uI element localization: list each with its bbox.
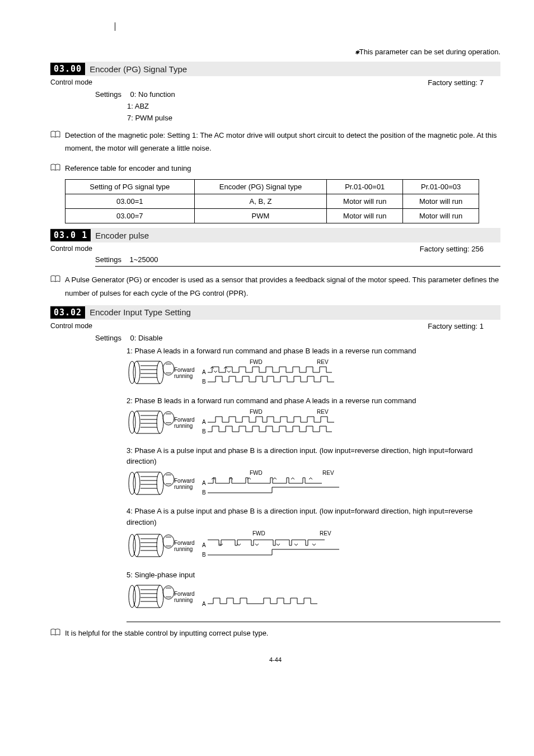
param-0302-row: Control mode Factory setting: 1: [50, 322, 500, 330]
option-1-text: 1: Phase A leads in a forward run comman…: [127, 346, 500, 357]
a-label: A: [202, 369, 206, 375]
notice-icon: ✱: [355, 48, 359, 56]
table-cell: 03.00=1: [65, 194, 195, 209]
running-label: running: [174, 546, 193, 552]
settings-label: Settings: [95, 255, 121, 264]
table-cell: PWM: [194, 209, 327, 223]
param-0301-row: Control mode Factory setting: 256: [50, 245, 500, 253]
param-0301-settings: Settings 1~25000: [95, 255, 500, 267]
running-label: running: [174, 484, 193, 490]
forward-label: Forward: [174, 417, 195, 423]
table-cell: Motor will run: [327, 209, 403, 223]
table-cell: Motor will run: [403, 209, 479, 223]
settings-range: 1~25000: [129, 255, 158, 264]
book-icon: [50, 164, 60, 171]
note-text: A Pulse Generator (PG) or encoder is use…: [65, 273, 500, 300]
a-label: A: [202, 419, 206, 425]
book-icon: [50, 628, 60, 636]
svg-point-18: [157, 472, 163, 494]
running-label: running: [174, 423, 193, 429]
note-text: Detection of the magnetic pole: Setting …: [65, 129, 500, 155]
setting-option-1: 1: ABZ: [127, 102, 500, 110]
param-0300-settings: Settings 0: No function: [95, 90, 500, 99]
motor-diagram-3: Forward running A B FWD REV: [127, 469, 378, 497]
table-header: Pr.01-00=01: [327, 180, 403, 194]
note-pg: A Pulse Generator (PG) or encoder is use…: [50, 273, 500, 300]
svg-point-2: [157, 361, 163, 384]
control-mode-label: Control mode: [50, 245, 92, 253]
option-1-block: 1: Phase A leads in a forward run comman…: [127, 346, 500, 392]
notice-text: This parameter can be set during operati…: [359, 48, 500, 56]
setting-option: 0: No function: [130, 90, 175, 99]
forward-label: Forward: [174, 540, 195, 546]
param-0301-title: Encoder pulse: [95, 231, 149, 240]
b-label: B: [202, 428, 206, 435]
forward-label: Forward: [174, 591, 195, 597]
fwd-label: FWD: [250, 409, 263, 415]
header-mark: [50, 22, 500, 31]
param-set-notice: ✱This parameter can be set during operat…: [50, 48, 500, 56]
param-0300-header: 03.00 Encoder (PG) Signal Type: [50, 62, 500, 76]
fwd-label: FWD: [250, 470, 263, 476]
param-0300-title: Encoder (PG) Signal Type: [90, 64, 187, 74]
factory-setting: Factory setting: 256: [420, 245, 500, 253]
b-label: B: [202, 489, 206, 496]
rev-label: REV: [322, 470, 334, 476]
page-number: 4-44: [50, 656, 500, 663]
settings-label: Settings: [95, 334, 121, 342]
param-0300-row: Control mode Factory setting: 7: [50, 78, 500, 87]
book-icon: [50, 275, 60, 283]
option-5-block: 5: Single-phase input Forward running A: [127, 570, 500, 616]
b-label: B: [202, 552, 206, 558]
note-text: It is helpful for the stable control by …: [65, 627, 268, 640]
running-label: running: [174, 373, 193, 379]
table-header: Pr.01-00=03: [403, 180, 479, 194]
b-label: B: [202, 379, 206, 385]
setting-option-2: 7: PWM pulse: [127, 114, 500, 122]
param-0300-code: 03.00: [50, 63, 85, 75]
motor-diagram-5: Forward running A: [127, 582, 378, 610]
param-0302-settings: Settings 0: Disable: [95, 334, 500, 342]
param-0301-header: 03.0 1 Encoder pulse: [50, 228, 500, 242]
table-header: Setting of PG signal type: [65, 180, 195, 194]
option-4-block: 4: Phase A is a pulse input and phase B …: [127, 506, 500, 566]
setting-option-0: 0: Disable: [130, 334, 163, 342]
table-row: Setting of PG signal type Encoder (PG) S…: [65, 180, 479, 194]
a-label: A: [202, 601, 206, 607]
svg-point-10: [157, 411, 163, 433]
running-label: running: [174, 597, 193, 603]
motor-diagram-4: Forward running A B FWD REV: [127, 530, 378, 561]
table-cell: A, B, Z: [194, 194, 327, 209]
svg-point-34: [157, 585, 163, 608]
rev-label: REV: [317, 409, 329, 415]
factory-setting: Factory setting: 7: [428, 78, 500, 87]
option-3-text: 3: Phase A is a pulse input and phase B …: [127, 445, 500, 467]
fwd-label: FWD: [250, 359, 263, 365]
settings-label: Settings: [95, 90, 121, 99]
svg-point-25: [133, 534, 140, 557]
svg-point-33: [133, 585, 140, 608]
svg-point-1: [133, 361, 140, 384]
param-0302-header: 03.02 Encoder Input Type Setting: [50, 305, 500, 320]
book-icon: [50, 130, 60, 138]
divider: [127, 622, 500, 622]
rev-label: REV: [320, 530, 331, 536]
param-0301-code: 03.0 1: [50, 229, 91, 241]
note-text: Reference table for encoder and tuning: [65, 162, 191, 175]
svg-point-26: [157, 534, 163, 557]
reference-table: Setting of PG signal type Encoder (PG) S…: [65, 179, 479, 223]
table-row: 03.00=1 A, B, Z Motor will run Motor wil…: [65, 194, 479, 209]
note-reftable: Reference table for encoder and tuning: [50, 162, 500, 175]
control-mode-label: Control mode: [50, 78, 92, 87]
fwd-label: FWD: [252, 530, 265, 536]
table-cell: 03.00=7: [65, 209, 195, 223]
table-header: Encoder (PG) Signal type: [194, 180, 327, 194]
a-label: A: [202, 480, 206, 486]
forward-label: Forward: [174, 367, 195, 373]
param-0302-code: 03.02: [50, 306, 85, 319]
motor-diagram-2: Forward running A B FWD REV: [127, 408, 378, 436]
option-2-block: 2: Phase B leads in a forward run comman…: [127, 395, 500, 442]
table-cell: Motor will run: [403, 194, 479, 209]
option-4-text: 4: Phase A is a pulse input and phase B …: [127, 506, 500, 528]
option-3-block: 3: Phase A is a pulse input and phase B …: [127, 445, 500, 503]
